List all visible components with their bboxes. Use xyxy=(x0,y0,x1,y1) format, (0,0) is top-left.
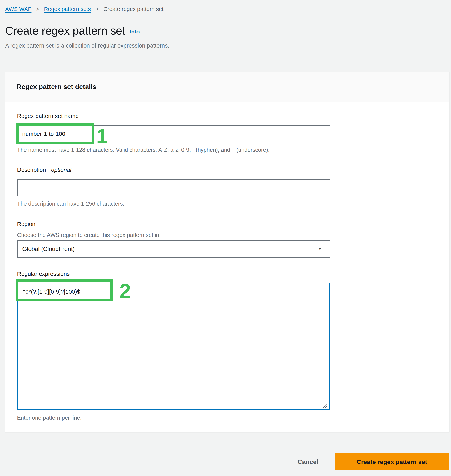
chevron-right-icon: > xyxy=(96,6,98,12)
regex-pattern-set-name-input[interactable] xyxy=(17,125,330,142)
region-select[interactable]: Global (CloudFront) ▼ xyxy=(17,240,330,258)
description-field-hint: The description can have 1-256 character… xyxy=(17,201,438,207)
card-title: Regex pattern set details xyxy=(17,83,438,91)
region-field-description: Choose the AWS region to create this reg… xyxy=(17,232,438,238)
create-regex-pattern-set-page: AWS WAF > Regex pattern sets > Create re… xyxy=(0,0,451,476)
regex-pattern-set-details-card: Regex pattern set details Regex pattern … xyxy=(5,72,450,432)
info-link[interactable]: Info xyxy=(130,29,140,35)
name-field-hint: The name must have 1-128 characters. Val… xyxy=(17,147,438,153)
region-field-label: Region xyxy=(17,221,438,227)
text-cursor xyxy=(81,288,81,295)
create-regex-pattern-set-button[interactable]: Create regex pattern set xyxy=(334,453,449,470)
card-header: Regex pattern set details xyxy=(5,72,449,102)
form-actions: Cancel Create regex pattern set xyxy=(0,453,451,470)
cancel-button[interactable]: Cancel xyxy=(298,458,318,466)
region-field-group: Region Choose the AWS region to create t… xyxy=(17,221,438,258)
description-input[interactable] xyxy=(17,179,330,196)
page-header: Create regex pattern setInfo A regex pat… xyxy=(0,12,451,49)
chevron-right-icon: > xyxy=(36,6,39,12)
name-field-group: Regex pattern set name 1 The name must h… xyxy=(17,113,438,153)
breadcrumb-link-regex-pattern-sets[interactable]: Regex pattern sets xyxy=(44,6,91,12)
card-body: Regex pattern set name 1 The name must h… xyxy=(5,102,449,432)
name-field-label: Regex pattern set name xyxy=(17,113,438,119)
description-field-label: Description - optional xyxy=(17,166,438,173)
page-subtitle: A regex pattern set is a collection of r… xyxy=(5,42,451,49)
caret-down-icon: ▼ xyxy=(317,246,322,252)
regex-field-group: Regular expressions ^0*(?:[1-9][0-9]?|10… xyxy=(17,271,438,421)
page-title: Create regex pattern set xyxy=(5,25,125,37)
breadcrumb-current: Create regex pattern set xyxy=(103,6,164,12)
region-selected-value: Global (CloudFront) xyxy=(22,246,75,253)
regex-pattern-text: ^0*(?:[1-9][0-9]?|100)$ xyxy=(23,288,80,295)
description-label-optional: - optional xyxy=(48,166,71,173)
description-field-group: Description - optional The description c… xyxy=(17,166,438,207)
regex-field-hint: Enter one pattern per line. xyxy=(17,415,438,421)
regex-field-label: Regular expressions xyxy=(17,271,438,277)
breadcrumb: AWS WAF > Regex pattern sets > Create re… xyxy=(0,0,451,12)
breadcrumb-link-aws-waf[interactable]: AWS WAF xyxy=(5,6,31,12)
resize-handle-icon[interactable] xyxy=(322,402,328,408)
regular-expressions-textarea[interactable]: ^0*(?:[1-9][0-9]?|100)$ xyxy=(17,283,330,410)
description-label-text: Description xyxy=(17,166,46,173)
